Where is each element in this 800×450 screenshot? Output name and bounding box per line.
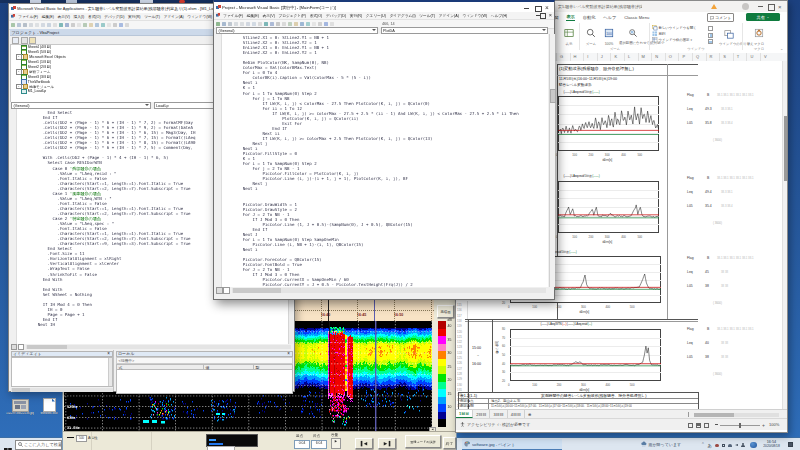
column-header[interactable]: I: [587, 54, 588, 59]
toolbar-icon[interactable]: [330, 22, 334, 26]
menu-item[interactable]: 書式(O): [310, 13, 323, 18]
excel-vscrollbar[interactable]: [782, 61, 787, 409]
toolbar-icon[interactable]: [264, 22, 268, 26]
column-header[interactable]: G: [560, 54, 563, 59]
tab-classic-menu[interactable]: Classic Menu: [624, 15, 649, 20]
toolbar-icon[interactable]: [41, 23, 45, 27]
menu-item[interactable]: クエリー(U): [366, 13, 386, 18]
column-header[interactable]: O: [669, 54, 672, 59]
tab-help[interactable]: ヘルプ: [603, 15, 616, 20]
menu-item[interactable]: アドイン(A): [164, 14, 184, 19]
close-icon[interactable]: ×: [287, 351, 290, 356]
code-hscrollbar[interactable]: [232, 288, 547, 293]
toolbar-icon[interactable]: [270, 22, 274, 26]
column-header[interactable]: V: [764, 54, 767, 59]
toolbar-icon[interactable]: [29, 23, 33, 27]
toolbar-icon[interactable]: [89, 23, 93, 27]
menu-item[interactable]: プロジェクト(P): [278, 13, 306, 18]
comments-button[interactable]: コメント: [707, 13, 734, 22]
toolbar-icon[interactable]: [47, 23, 51, 27]
tab-automate[interactable]: 自動化: [583, 15, 596, 20]
action-center-icon[interactable]: [788, 442, 793, 447]
column-header[interactable]: T: [737, 54, 739, 59]
view-code-button[interactable]: [12, 37, 19, 44]
calc-button[interactable]: 登録コードの演算: [405, 435, 441, 448]
tray-icon-cloud[interactable]: [728, 444, 732, 447]
zoom-out-button[interactable]: [715, 424, 718, 425]
minimize-button[interactable]: [524, 8, 529, 9]
column-header[interactable]: R: [710, 54, 713, 59]
menu-item[interactable]: 表示(V): [58, 14, 70, 19]
tray-icon-person[interactable]: [741, 443, 745, 448]
toolbar-icon[interactable]: [288, 22, 292, 26]
tray-ime-icon[interactable]: あ: [708, 443, 712, 448]
sheet-tab-4[interactable]: 4日目: [508, 410, 525, 418]
full-module-view-button[interactable]: [223, 287, 230, 294]
toolbar-icon[interactable]: [312, 22, 316, 26]
menu-item[interactable]: 実行(R): [350, 13, 363, 18]
toolbar-icon[interactable]: [222, 22, 226, 26]
column-header[interactable]: U: [750, 54, 753, 59]
ribbon-small-icons[interactable]: [708, 26, 716, 44]
column-header[interactable]: K: [614, 54, 617, 59]
toolbar-icon[interactable]: [300, 22, 304, 26]
toolbar-icon[interactable]: [306, 22, 310, 26]
immediate-input[interactable]: [11, 357, 113, 387]
menu-item[interactable]: ツール(T): [419, 13, 435, 18]
toolbar-icon[interactable]: [71, 23, 75, 27]
immediate-vscroll[interactable]: [108, 358, 112, 386]
toolbar-icon[interactable]: [234, 22, 238, 26]
menu-item[interactable]: 編集(E): [247, 13, 259, 18]
tray-clock[interactable]: 16:54 2020/08/18: [760, 440, 783, 449]
desktop-icon-excel[interactable]: telework.xlsx: [37, 398, 61, 416]
toolbar-icon[interactable]: [113, 23, 117, 27]
toolbar-icon[interactable]: [53, 23, 57, 27]
toolbar-icon[interactable]: [216, 22, 220, 26]
zoom-level[interactable]: 100%: [769, 422, 779, 427]
toolbar-icon[interactable]: [23, 23, 27, 27]
sheet-tab-1[interactable]: 1日目: [456, 410, 473, 418]
toolbar-icon[interactable]: [65, 23, 69, 27]
menu-item[interactable]: 書式(O): [88, 14, 101, 19]
ribbon-switch-window[interactable]: ウィンドウの切り替え: [719, 25, 739, 47]
menu-item[interactable]: ウィンドウ(W): [187, 14, 212, 19]
toolbar-icon[interactable]: [11, 23, 15, 27]
tray-icon-grid[interactable]: [722, 444, 726, 448]
toolbar-icon[interactable]: [17, 23, 21, 27]
toolbar-icon[interactable]: [35, 23, 39, 27]
tray-icon-speaker[interactable]: [735, 444, 738, 446]
interval-input[interactable]: 500: [76, 435, 87, 442]
toolbar-icon[interactable]: [119, 23, 123, 27]
accessibility-status[interactable]: アクセシビリティ: 検討が必要です: [460, 422, 530, 427]
mdi-close-icon[interactable]: ×: [549, 12, 552, 18]
ribbon-window-items[interactable]: 新しいウィンドウを開く 整列 ウィンドウ枠の固定▾: [652, 25, 704, 43]
toggle-folders-button[interactable]: [29, 37, 36, 44]
avatar[interactable]: [742, 3, 749, 10]
taskbar-search[interactable]: ここに入力して検索: [15, 440, 62, 450]
menu-item[interactable]: 編集(E): [42, 14, 54, 19]
toolbar-icon[interactable]: [95, 23, 99, 27]
toolbar-icon[interactable]: [77, 23, 81, 27]
zoom-slider[interactable]: [720, 425, 760, 426]
vb6-code[interactable]: StLine2.X1 = 0: StLine2.Y1 = NB + 1 StLi…: [215, 34, 548, 287]
toolbar-icon[interactable]: [240, 22, 244, 26]
column-header[interactable]: L: [628, 54, 630, 59]
menu-item[interactable]: 表示(V): [263, 13, 275, 18]
play-prev-button[interactable]: ▌◀: [355, 438, 373, 449]
column-header[interactable]: Q: [696, 54, 699, 59]
minimize-button[interactable]: [758, 6, 763, 7]
end-input[interactable]: 6:04: [311, 440, 327, 449]
column-header[interactable]: S: [723, 54, 726, 59]
toolbar-icon[interactable]: [107, 23, 111, 27]
taskbar-app-button[interactable]: software.jpg - ペイント: [462, 439, 562, 450]
toolbar-icon[interactable]: [258, 22, 262, 26]
menu-item[interactable]: 挿入(I): [73, 14, 84, 19]
close-icon[interactable]: ×: [107, 351, 110, 356]
mdi-restore-icon[interactable]: [540, 13, 546, 19]
toolbar-icon[interactable]: [282, 22, 286, 26]
column-header[interactable]: N: [655, 54, 658, 59]
close-button[interactable]: ×: [545, 4, 549, 11]
maximize-button[interactable]: [768, 4, 775, 11]
new-sheet-button[interactable]: ⊕: [525, 410, 534, 418]
toolbar-icon[interactable]: [83, 23, 87, 27]
